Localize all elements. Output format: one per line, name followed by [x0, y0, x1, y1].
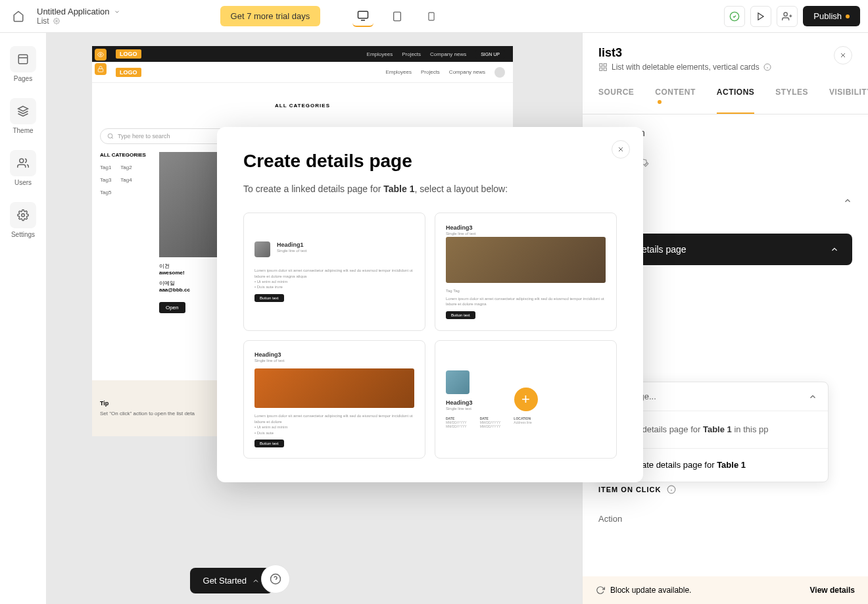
sidebar-users[interactable]: Users: [10, 150, 36, 186]
layout-heading: Heading1: [277, 241, 307, 248]
modal-close-button[interactable]: [612, 140, 630, 159]
tag: Tag3: [100, 177, 111, 183]
tablet-tab[interactable]: [387, 6, 408, 27]
publish-button[interactable]: Publish: [803, 6, 860, 26]
nav-projects-dark: Projects: [402, 51, 421, 57]
mobile-tab[interactable]: [421, 6, 442, 27]
layout-option-1[interactable]: Heading1 Single line of text Lorem ipsum…: [243, 213, 425, 331]
layout-option-3[interactable]: Heading3 Single line of text Lorem ipsum…: [243, 340, 425, 459]
svg-point-0: [55, 20, 57, 22]
tab-source[interactable]: SOURCE: [598, 80, 634, 114]
tab-content[interactable]: CONTENT: [655, 80, 696, 114]
chevron-up-icon: [252, 577, 260, 585]
category-banner: ALL CATEGORIES: [92, 83, 513, 128]
sidebar-settings-label: Settings: [11, 231, 35, 238]
refresh-icon: [596, 586, 605, 595]
share-button[interactable]: [777, 6, 798, 27]
svg-point-13: [22, 214, 25, 217]
breadcrumb: List: [37, 16, 120, 26]
trial-button[interactable]: Get 7 more trial days: [220, 6, 321, 26]
svg-rect-22: [604, 68, 606, 70]
gear-icon[interactable]: [53, 18, 60, 24]
layout-button: Button text: [254, 294, 284, 302]
logo-dark: LOGO: [116, 49, 141, 59]
svg-rect-1: [358, 11, 368, 18]
tab-visibility[interactable]: VISIBILITY: [829, 80, 868, 114]
svg-rect-23: [600, 68, 602, 70]
publish-indicator-icon: [846, 14, 850, 18]
tag: Tag2: [120, 164, 132, 170]
help-button[interactable]: [261, 565, 290, 593]
tab-actions[interactable]: ACTIONS: [717, 80, 755, 114]
sidebar-theme[interactable]: Theme: [10, 98, 36, 134]
chevron-up-icon: [830, 245, 839, 254]
info-icon[interactable]: [763, 63, 771, 71]
get-started-label: Get Started: [203, 576, 247, 586]
nav-news-dark: Company news: [430, 51, 466, 57]
sidebar-theme-label: Theme: [12, 127, 33, 134]
layout-button: Button text: [254, 440, 284, 447]
sidebar-pages[interactable]: Pages: [10, 46, 36, 82]
search-placeholder: Type here to search: [118, 133, 170, 139]
panel-subtitle-text: List with deletable elements, vertical c…: [612, 63, 760, 72]
layout-image: [446, 237, 606, 283]
desktop-tab[interactable]: [352, 6, 374, 27]
create-details-table: Table 1: [717, 460, 746, 470]
svg-point-12: [20, 159, 24, 163]
layout-avatar: [446, 370, 470, 394]
close-icon: [839, 51, 847, 59]
tag: Tag5: [100, 189, 111, 195]
chevron-up-icon: [808, 392, 817, 401]
breadcrumb-text: List: [37, 16, 49, 26]
close-icon: [617, 145, 625, 153]
nav-employees-dark: Employees: [367, 51, 393, 57]
lock-pill-icon[interactable]: [95, 63, 107, 75]
card-open-btn: Open: [159, 302, 185, 313]
panel-title: list3: [598, 46, 771, 60]
layout-image: [254, 368, 414, 408]
layout-option-4[interactable]: + Heading3 Single line text DATE MM/DD/Y…: [435, 340, 617, 459]
svg-rect-20: [600, 64, 602, 66]
publish-label: Publish: [813, 11, 842, 21]
item-click-label: ITEM ON CLICK: [598, 486, 662, 493]
svg-rect-4: [429, 13, 434, 20]
app-title[interactable]: Untitled Application: [37, 7, 120, 16]
content-indicator-icon: [658, 100, 662, 104]
svg-point-7: [784, 13, 787, 16]
pages-icon: [10, 46, 36, 72]
svg-rect-3: [394, 12, 401, 20]
layout-avatar: [254, 241, 270, 257]
modal-title: Create details page: [243, 151, 617, 172]
info-icon[interactable]: [667, 485, 676, 494]
svg-rect-15: [98, 69, 103, 72]
layout-option-2[interactable]: Heading3 Single line of text Tag Tag Lor…: [435, 213, 617, 331]
layout-sub: Single line of text: [254, 358, 414, 363]
canvas-header-light: LOGO Employees Projects Company news: [92, 62, 513, 83]
close-panel-button[interactable]: [834, 46, 852, 64]
update-notice: Block update available. View details: [583, 576, 868, 604]
sidebar-settings[interactable]: Settings: [10, 202, 36, 238]
grid-icon: [598, 63, 608, 72]
chevron-down-icon: [114, 9, 120, 15]
view-details-link[interactable]: View details: [810, 586, 855, 595]
search-icon: [107, 133, 114, 139]
panel-subtitle: List with deletable elements, vertical c…: [598, 63, 771, 72]
tab-styles[interactable]: STYLES: [775, 80, 808, 114]
tags-header: ALL CATEGORIES: [100, 152, 146, 158]
get-started-button[interactable]: Get Started: [190, 568, 273, 593]
sidebar-users-label: Users: [14, 179, 32, 186]
home-button[interactable]: [8, 6, 29, 27]
eye-pill-icon[interactable]: [95, 49, 107, 61]
action-label: Action: [598, 514, 852, 524]
plus-fab-icon: +: [514, 388, 538, 411]
block-update-text: Block update available.: [610, 586, 691, 595]
layout-heading: Heading3: [254, 351, 414, 358]
app-name-text: Untitled Application: [37, 7, 110, 16]
avatar-icon: [494, 67, 505, 78]
checkmark-button[interactable]: [724, 6, 745, 27]
svg-rect-10: [18, 55, 28, 64]
modal-description: To create a linked details page for Tabl…: [243, 184, 617, 194]
play-button[interactable]: [750, 6, 771, 27]
layout-heading: Heading3: [446, 224, 606, 231]
canvas-header-dark: LOGO Employees Projects Company news SIG…: [92, 46, 513, 62]
